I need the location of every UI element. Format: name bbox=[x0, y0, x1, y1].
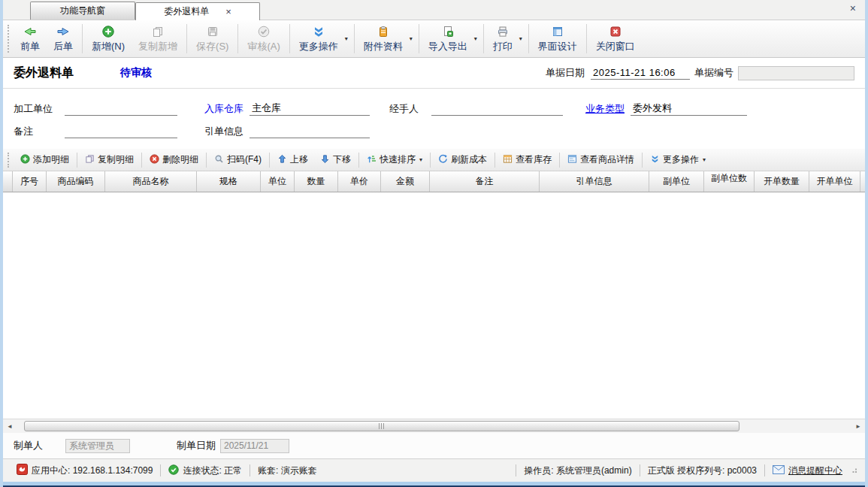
col-product-code[interactable]: 商品编码 bbox=[47, 171, 105, 192]
view-stock-button[interactable]: 查看库存 bbox=[497, 151, 558, 169]
tab-outsourcing-return-order[interactable]: 委外退料单 × bbox=[135, 2, 260, 20]
refresh-icon bbox=[438, 154, 448, 166]
col-product-name[interactable]: 商品名称 bbox=[105, 171, 197, 192]
row-indicator-header bbox=[3, 171, 13, 192]
maker-label: 制单人 bbox=[14, 439, 43, 452]
business-type-link[interactable]: 业务类型 bbox=[585, 102, 631, 116]
ref-info-input[interactable] bbox=[250, 125, 370, 138]
print-label: 打印 bbox=[493, 40, 513, 53]
col-order-unit[interactable]: 开单单位 bbox=[809, 171, 860, 192]
processing-unit-input[interactable] bbox=[65, 102, 177, 116]
copy-new-label: 复制新增 bbox=[138, 40, 177, 53]
col-sub-unit[interactable]: 副单位 bbox=[649, 171, 704, 192]
message-center-link[interactable]: 消息提醒中心 bbox=[765, 464, 850, 477]
doc-date-input[interactable]: 2025-11-21 16:06 bbox=[591, 66, 690, 80]
operator-status: 操作员: 系统管理员(admin) bbox=[516, 464, 639, 477]
app-center-status: 应用中心: 192.168.1.134:7099 bbox=[9, 464, 160, 477]
col-ref-info[interactable]: 引单信息 bbox=[540, 171, 649, 192]
col-sub-unit-qty[interactable]: 副单位数 bbox=[704, 171, 755, 192]
footer-fields: 制单人 系统管理员 制单日期 2025/11/21 bbox=[3, 433, 865, 458]
dropdown-arrow-icon[interactable]: ▾ bbox=[345, 35, 348, 42]
scroll-left-icon[interactable]: ◄ bbox=[5, 423, 15, 430]
copy-detail-button[interactable]: 复制明细 bbox=[79, 151, 140, 169]
toolbar-separator bbox=[82, 24, 83, 53]
toolbar-separator bbox=[642, 153, 643, 168]
col-spec[interactable]: 规格 bbox=[197, 171, 261, 192]
more-operations-button[interactable]: 更多操作 ▾ bbox=[292, 22, 352, 56]
import-export-button[interactable]: 导入导出 ▾ bbox=[422, 22, 481, 56]
copy-new-button[interactable]: 复制新增 bbox=[132, 22, 184, 56]
toolbar-separator bbox=[559, 153, 560, 168]
dropdown-arrow-icon[interactable]: ▾ bbox=[703, 156, 706, 163]
print-button[interactable]: 打印 ▾ bbox=[486, 22, 526, 56]
refresh-cost-button[interactable]: 刷新成本 bbox=[432, 151, 493, 169]
move-up-button[interactable]: 上移 bbox=[271, 151, 314, 169]
warehouse-input[interactable]: 主仓库 bbox=[250, 102, 370, 116]
col-amount[interactable]: 金额 bbox=[381, 171, 430, 192]
delete-detail-button[interactable]: 删除明细 bbox=[144, 151, 204, 169]
handler-label: 经手人 bbox=[389, 102, 431, 116]
col-order-qty[interactable]: 开单数量 bbox=[755, 171, 809, 192]
close-window-label: 关闭窗口 bbox=[596, 40, 635, 53]
arrow-left-icon bbox=[23, 25, 37, 38]
scan-button[interactable]: 扫码(F4) bbox=[208, 151, 268, 169]
printer-icon bbox=[496, 25, 510, 38]
doc-number-field bbox=[738, 66, 854, 80]
tab-close-icon[interactable]: × bbox=[225, 7, 231, 17]
next-doc-label: 后单 bbox=[53, 40, 73, 53]
business-type-input[interactable]: 委外发料 bbox=[631, 102, 747, 116]
attachments-button[interactable]: 附件资料 ▾ bbox=[357, 22, 416, 56]
toolbar-separator bbox=[77, 153, 77, 168]
window-close-icon[interactable]: × bbox=[850, 3, 856, 14]
dropdown-arrow-icon[interactable]: ▾ bbox=[419, 156, 422, 163]
tab-function-nav[interactable]: 功能导航窗 bbox=[30, 2, 135, 20]
col-price[interactable]: 单价 bbox=[338, 171, 381, 192]
remark-input[interactable] bbox=[65, 125, 177, 138]
doc-number-label: 单据编号 bbox=[694, 66, 733, 80]
col-quantity[interactable]: 数量 bbox=[295, 171, 338, 192]
add-new-button[interactable]: 新增(N) bbox=[85, 22, 132, 56]
toolbar-separator bbox=[419, 24, 419, 53]
import-export-label: 导入导出 bbox=[428, 40, 467, 53]
remark-label: 备注 bbox=[14, 125, 65, 138]
scrollbar-thumb[interactable] bbox=[24, 421, 739, 431]
ui-design-button[interactable]: 界面设计 bbox=[531, 22, 584, 56]
add-circle-icon bbox=[101, 25, 115, 38]
next-doc-button[interactable]: 后单 bbox=[47, 22, 80, 56]
license-status: 正式版 授权序列号: pc0003 bbox=[640, 464, 764, 477]
detail-more-operations-button[interactable]: 更多操作 ▾ bbox=[644, 151, 712, 169]
quick-sort-button[interactable]: 快速排序 ▾ bbox=[361, 151, 428, 169]
horizontal-scrollbar[interactable]: ◄ ► bbox=[3, 419, 865, 433]
close-window-button[interactable]: 关闭窗口 bbox=[589, 22, 642, 56]
audit-label: 审核(A) bbox=[247, 40, 280, 53]
col-remark[interactable]: 备注 bbox=[430, 171, 540, 192]
move-down-button[interactable]: 下移 bbox=[314, 151, 357, 169]
delete-circle-icon bbox=[150, 154, 159, 166]
dropdown-arrow-icon[interactable]: ▾ bbox=[519, 35, 522, 42]
sort-icon bbox=[367, 154, 377, 166]
add-circle-icon bbox=[20, 154, 30, 166]
window-bottom-border bbox=[3, 482, 865, 487]
handler-input[interactable] bbox=[431, 102, 563, 116]
col-seq[interactable]: 序号 bbox=[13, 171, 47, 192]
arrow-down-icon bbox=[320, 154, 330, 166]
status-bar: 应用中心: 192.168.1.134:7099 连接状态: 正常 账套: 演示… bbox=[3, 458, 865, 482]
view-stock-label: 查看库存 bbox=[516, 153, 552, 166]
add-detail-button[interactable]: 添加明细 bbox=[14, 151, 75, 169]
col-unit[interactable]: 单位 bbox=[261, 171, 295, 192]
dropdown-arrow-icon[interactable]: ▾ bbox=[474, 35, 477, 42]
tab-label: 委外退料单 bbox=[164, 5, 209, 18]
save-button[interactable]: 保存(S) bbox=[189, 22, 235, 56]
view-product-detail-button[interactable]: 查看商品详情 bbox=[561, 151, 640, 169]
more-operations-label: 更多操作 bbox=[299, 40, 338, 53]
copy-detail-label: 复制明细 bbox=[98, 153, 134, 166]
scroll-right-icon[interactable]: ► bbox=[853, 423, 863, 430]
dropdown-arrow-icon[interactable]: ▾ bbox=[410, 35, 413, 42]
toolbar-separator bbox=[586, 24, 587, 53]
toolbar-separator bbox=[186, 24, 187, 53]
toolbar-grip bbox=[8, 153, 11, 168]
audit-button[interactable]: 审核(A) bbox=[240, 22, 286, 56]
toolbar-separator bbox=[141, 153, 142, 168]
prev-doc-button[interactable]: 前单 bbox=[14, 22, 47, 56]
make-date-label: 制单日期 bbox=[177, 439, 216, 452]
